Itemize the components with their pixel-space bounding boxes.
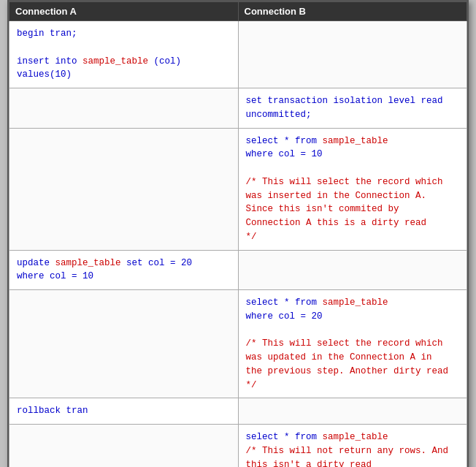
cell-connection-b [238,250,467,290]
table-row: rollback tran [9,398,467,425]
comparison-table: Connection A Connection B begin tran;ins… [9,1,467,467]
cell-connection-b: select * from sample_tablewhere col = 20… [238,290,467,398]
table-row: select * from sample_table/* This will n… [9,425,467,468]
cell-connection-a: begin tran;insert into sample_table (col… [9,21,239,88]
table-row: select * from sample_tablewhere col = 20… [9,290,467,398]
cell-connection-a [9,425,239,468]
cell-connection-b: set transaction isolation level readunco… [238,88,467,129]
table-row: update sample_table set col = 20where co… [9,250,467,290]
header-connection-b: Connection B [238,2,467,21]
table-row: select * from sample_tablewhere col = 10… [9,128,467,250]
cell-connection-b: select * from sample_tablewhere col = 10… [238,128,467,250]
cell-connection-a: rollback tran [9,398,239,425]
main-window: Connection A Connection B begin tran;ins… [7,0,469,467]
cell-connection-a: update sample_table set col = 20where co… [9,250,239,290]
cell-connection-b: select * from sample_table/* This will n… [238,425,467,468]
header-connection-a: Connection A [9,2,239,21]
table-row: begin tran;insert into sample_table (col… [9,21,467,88]
table-row: set transaction isolation level readunco… [9,88,467,129]
cell-connection-a [9,88,239,129]
cell-connection-b [238,21,467,88]
cell-connection-a [9,290,239,398]
cell-connection-a [9,128,239,250]
cell-connection-b [238,398,467,425]
